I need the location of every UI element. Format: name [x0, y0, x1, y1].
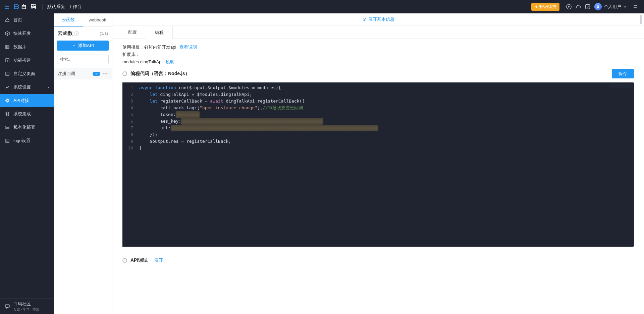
chevron-down-icon: [623, 5, 627, 8]
plus-icon: ＋: [72, 43, 76, 49]
user-menu[interactable]: 个人用户: [594, 3, 627, 10]
chart-icon: [5, 85, 10, 89]
sidebar: 首页 快速开发 数据库 功能搭建 自定义页面 系统设置 ›: [0, 13, 54, 314]
svg-text:?: ?: [587, 5, 589, 9]
tab-cloudfn[interactable]: 云函数: [54, 13, 83, 26]
header: 白 码 默认系统 · 工作台 升级/续费 ? 个人用户: [0, 0, 644, 13]
code-title: 编程代码（语言：Node.js）: [130, 71, 190, 77]
database-icon: [5, 45, 10, 49]
drag-handle[interactable]: [640, 15, 642, 24]
username: 个人用户: [604, 4, 621, 10]
gear-icon: [5, 98, 10, 103]
sidebar-item-home[interactable]: 首页: [0, 13, 54, 27]
template-link[interactable]: 查看说明: [179, 45, 197, 50]
save-button[interactable]: 保存: [612, 69, 634, 78]
cloud-icon[interactable]: [574, 4, 583, 10]
sidebar-item-label: 系统集成: [13, 111, 31, 117]
panel-title: 云函数: [58, 30, 73, 37]
play-icon[interactable]: [564, 4, 574, 10]
sidebar-item-logo[interactable]: logo设置: [0, 134, 54, 147]
code-editor[interactable]: 12345678910 async function run($input,$o…: [122, 82, 634, 247]
sidebar-item-label: 系统设置: [13, 84, 31, 90]
panel-count: (1/1): [100, 31, 108, 36]
chevron-right-icon: ›: [48, 85, 49, 89]
avatar-icon: [594, 3, 602, 10]
double-chevron-down-icon: [362, 17, 366, 21]
help-icon[interactable]: ?: [583, 4, 592, 10]
radio-icon[interactable]: [122, 71, 127, 76]
swap-icon[interactable]: [631, 4, 640, 9]
upgrade-button[interactable]: 升级/续费: [531, 3, 559, 11]
sidebar-item-custompage[interactable]: 自定义页面: [0, 67, 54, 80]
sidebar-item-database[interactable]: 数据库: [0, 40, 54, 54]
home-icon: [5, 18, 10, 22]
tab-code[interactable]: 编程: [146, 26, 173, 39]
line-gutter: 12345678910: [122, 82, 136, 247]
radio-icon[interactable]: [122, 258, 127, 263]
redacted-url: xxxxxxxxxxxxxxxxxxxxxxxxxxxxxxxxxxxxxxxx…: [171, 125, 378, 131]
status-badge: on: [93, 72, 100, 76]
api-panel: 云函数 webhook 云函数 ? (1/1) ＋ 添加API 注册回调: [54, 13, 112, 314]
ext-lib-label: 扩展库：: [122, 51, 634, 58]
sidebar-item-label: 自定义页面: [13, 71, 35, 77]
sidebar-item-integration[interactable]: 系统集成: [0, 107, 54, 121]
tab-webhook[interactable]: webhook: [83, 13, 112, 26]
logo[interactable]: 白 码: [13, 3, 38, 10]
sidebar-item-label: logo设置: [13, 138, 31, 144]
sidebar-item-quickdev[interactable]: 快速开发: [0, 27, 54, 40]
image-icon: [5, 138, 10, 143]
add-api-label: 添加API: [78, 43, 94, 49]
more-icon[interactable]: •••: [102, 71, 108, 76]
template-prefix: 使用模板：: [122, 45, 144, 50]
community-title: 白码社区: [13, 301, 39, 307]
content: 展开基本信息 配置 编程 使用模板：钉钉内部开发api 查看说明 扩展库： mo…: [112, 13, 644, 314]
search-input[interactable]: [57, 55, 109, 64]
layers-icon: [5, 112, 10, 116]
sidebar-item-build[interactable]: 功能搭建: [0, 54, 54, 67]
sidebar-item-label: 数据库: [13, 44, 26, 50]
sidebar-item-label: 首页: [13, 17, 22, 23]
template-name: 钉钉内部开发api: [144, 45, 176, 50]
code-section: 编程代码（语言：Node.js） 保存 12345678910 async fu…: [112, 69, 644, 251]
sidebar-item-label: 功能搭建: [13, 57, 31, 63]
sidebar-item-settings[interactable]: 系统设置 ›: [0, 80, 54, 94]
sidebar-item-label: 快速开发: [13, 30, 31, 37]
code-body[interactable]: async function run($input,$output,$modul…: [136, 82, 634, 247]
tab-config[interactable]: 配置: [119, 25, 146, 39]
menu-toggle-icon[interactable]: [4, 4, 9, 9]
sidebar-item-deploy[interactable]: 私有化部署: [0, 121, 54, 134]
debug-section: API调试 展开 ˅: [112, 251, 644, 268]
add-api-button[interactable]: ＋ 添加API: [57, 41, 109, 51]
layout-icon: [5, 58, 10, 63]
svg-point-3: [597, 5, 599, 7]
breadcrumb[interactable]: 默认系统 · 工作台: [47, 4, 82, 10]
community-subtitle: 反馈 · 学习 · 交流: [13, 307, 39, 312]
expand-info-label: 展开基本信息: [368, 16, 394, 22]
svg-point-11: [6, 140, 7, 140]
api-item-label: 注册回调: [58, 71, 75, 77]
svg-rect-8: [6, 126, 9, 127]
svg-rect-6: [6, 72, 9, 75]
debug-title: API调试: [130, 257, 148, 263]
sidebar-item-api[interactable]: API对接: [0, 94, 54, 107]
sidebar-item-community[interactable]: 白码社区 反馈 · 学习 · 交流: [0, 299, 54, 314]
brand-text: 白 码: [21, 3, 38, 10]
module-link[interactable]: 说明: [166, 59, 174, 64]
cube-icon: [5, 31, 10, 36]
debug-expand-link[interactable]: 展开 ˅: [154, 257, 167, 263]
search-input-wrap: [57, 55, 109, 64]
expand-info-bar[interactable]: 展开基本信息: [112, 13, 644, 25]
page-icon: [5, 71, 10, 76]
server-icon: [5, 125, 10, 130]
sidebar-item-label: 私有化部署: [13, 124, 35, 130]
help-icon[interactable]: ?: [74, 31, 79, 36]
module-name: modules.dingTalkApi: [122, 59, 162, 64]
svg-rect-12: [5, 305, 9, 307]
sidebar-item-label: API对接: [13, 98, 29, 104]
svg-rect-9: [6, 128, 9, 129]
chat-icon: [5, 304, 10, 309]
svg-rect-4: [6, 45, 9, 49]
divider: [42, 4, 43, 10]
api-list-item[interactable]: 注册回调 on •••: [54, 68, 112, 79]
svg-point-7: [6, 100, 8, 102]
